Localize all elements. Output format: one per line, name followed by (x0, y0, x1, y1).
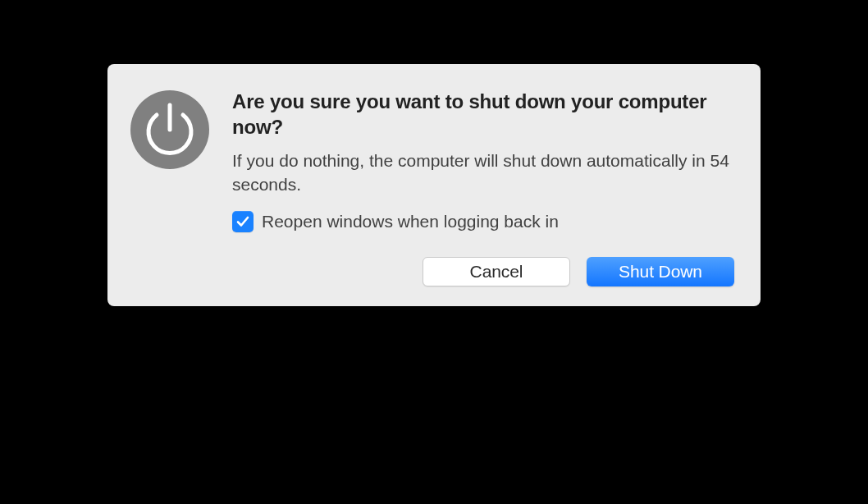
dialog-buttons: Cancel Shut Down (130, 257, 738, 286)
shutdown-dialog: Are you sure you want to shut down your … (107, 64, 761, 306)
reopen-windows-row: Reopen windows when logging back in (232, 211, 738, 232)
dialog-heading: Are you sure you want to shut down your … (232, 89, 738, 140)
shutdown-button[interactable]: Shut Down (587, 257, 734, 286)
dialog-text-column: Are you sure you want to shut down your … (232, 87, 738, 232)
dialog-message: If you do nothing, the computer will shu… (232, 149, 738, 196)
power-icon (130, 90, 209, 169)
reopen-windows-label: Reopen windows when logging back in (262, 212, 559, 231)
cancel-button[interactable]: Cancel (423, 257, 570, 286)
dialog-content: Are you sure you want to shut down your … (130, 87, 738, 232)
reopen-windows-checkbox[interactable] (232, 211, 254, 232)
